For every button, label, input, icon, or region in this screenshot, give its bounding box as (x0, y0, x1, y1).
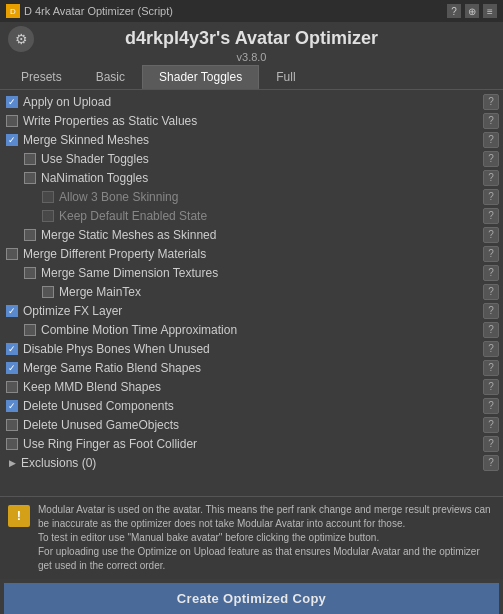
cb-merge-static-as-skinned[interactable] (24, 229, 36, 241)
pin-button[interactable]: ⊕ (465, 4, 479, 18)
title-bar-icon: D (6, 4, 20, 18)
row-disable-phys-bones: Disable Phys Bones When Unused ? (0, 339, 503, 358)
tab-basic[interactable]: Basic (79, 65, 142, 89)
label-allow-3-bone: Allow 3 Bone Skinning (59, 190, 178, 204)
info-text: Modular Avatar is used on the avatar. Th… (38, 503, 493, 573)
gear-icon[interactable]: ⚙ (8, 26, 34, 52)
label-disable-phys-bones: Disable Phys Bones When Unused (23, 342, 210, 356)
label-optimize-fx: Optimize FX Layer (23, 304, 122, 318)
cb-apply-on-upload[interactable] (6, 96, 18, 108)
cb-optimize-fx[interactable] (6, 305, 18, 317)
help-button[interactable]: ? (447, 4, 461, 18)
cb-merge-same-ratio[interactable] (6, 362, 18, 374)
label-merge-static-as-skinned: Merge Static Meshes as Skinned (41, 228, 216, 242)
help-apply-on-upload[interactable]: ? (483, 94, 499, 110)
help-keep-default-enabled[interactable]: ? (483, 208, 499, 224)
help-delete-unused-gameobjects[interactable]: ? (483, 417, 499, 433)
row-allow-3-bone: Allow 3 Bone Skinning ? (0, 187, 503, 206)
label-use-shader-toggles: Use Shader Toggles (41, 152, 149, 166)
row-nanimation-toggles: NaNimation Toggles ? (0, 168, 503, 187)
help-merge-diff-property[interactable]: ? (483, 246, 499, 262)
label-merge-main-tex: Merge MainTex (59, 285, 141, 299)
row-keep-mmd: Keep MMD Blend Shapes ? (0, 377, 503, 396)
label-write-properties: Write Properties as Static Values (23, 114, 197, 128)
row-delete-unused-gameobjects: Delete Unused GameObjects ? (0, 415, 503, 434)
cb-keep-default-enabled[interactable] (42, 210, 54, 222)
help-use-shader-toggles[interactable]: ? (483, 151, 499, 167)
help-delete-unused-components[interactable]: ? (483, 398, 499, 414)
label-keep-mmd: Keep MMD Blend Shapes (23, 380, 161, 394)
help-merge-same-dim[interactable]: ? (483, 265, 499, 281)
help-merge-skinned-meshes[interactable]: ? (483, 132, 499, 148)
help-merge-same-ratio[interactable]: ? (483, 360, 499, 376)
label-exclusions: Exclusions (0) (21, 456, 96, 470)
tab-presets[interactable]: Presets (4, 65, 79, 89)
cb-merge-skinned-meshes[interactable] (6, 134, 18, 146)
cb-keep-mmd[interactable] (6, 381, 18, 393)
help-allow-3-bone[interactable]: ? (483, 189, 499, 205)
row-optimize-fx: Optimize FX Layer ? (0, 301, 503, 320)
cb-merge-diff-property[interactable] (6, 248, 18, 260)
label-nanimation-toggles: NaNimation Toggles (41, 171, 148, 185)
help-combine-motion-time[interactable]: ? (483, 322, 499, 338)
tab-shader-toggles[interactable]: Shader Toggles (142, 65, 259, 89)
cb-nanimation-toggles[interactable] (24, 172, 36, 184)
warn-icon: ! (8, 505, 30, 527)
header-title: d4rkpl4y3r's Avatar Optimizer (4, 28, 499, 49)
help-keep-mmd[interactable]: ? (483, 379, 499, 395)
row-use-ring-finger: Use Ring Finger as Foot Collider ? (0, 434, 503, 453)
label-use-ring-finger: Use Ring Finger as Foot Collider (23, 437, 197, 451)
label-merge-same-ratio: Merge Same Ratio Blend Shapes (23, 361, 201, 375)
row-delete-unused-components: Delete Unused Components ? (0, 396, 503, 415)
cb-merge-same-dim[interactable] (24, 267, 36, 279)
label-keep-default-enabled: Keep Default Enabled State (59, 209, 207, 223)
info-box: ! Modular Avatar is used on the avatar. … (0, 496, 503, 579)
help-use-ring-finger[interactable]: ? (483, 436, 499, 452)
cb-use-ring-finger[interactable] (6, 438, 18, 450)
menu-button[interactable]: ≡ (483, 4, 497, 18)
cb-allow-3-bone[interactable] (42, 191, 54, 203)
label-delete-unused-gameobjects: Delete Unused GameObjects (23, 418, 179, 432)
label-apply-on-upload: Apply on Upload (23, 95, 111, 109)
label-combine-motion-time: Combine Motion Time Approximation (41, 323, 237, 337)
create-optimized-copy-button[interactable]: Create Optimized Copy (4, 583, 499, 614)
help-disable-phys-bones[interactable]: ? (483, 341, 499, 357)
title-bar-text: D 4rk Avatar Optimizer (Script) (24, 5, 173, 17)
row-apply-on-upload: Apply on Upload ? (0, 92, 503, 111)
cb-write-properties[interactable] (6, 115, 18, 127)
row-exclusions: ▶ Exclusions (0) ? (0, 453, 503, 472)
cb-use-shader-toggles[interactable] (24, 153, 36, 165)
row-use-shader-toggles: Use Shader Toggles ? (0, 149, 503, 168)
cb-delete-unused-gameobjects[interactable] (6, 419, 18, 431)
content-area: Apply on Upload ? Write Properties as St… (0, 90, 503, 496)
help-optimize-fx[interactable]: ? (483, 303, 499, 319)
title-bar-actions: ? ⊕ ≡ (447, 4, 497, 18)
title-bar-left: D D 4rk Avatar Optimizer (Script) (6, 4, 173, 18)
row-write-properties: Write Properties as Static Values ? (0, 111, 503, 130)
row-merge-same-dim: Merge Same Dimension Textures ? (0, 263, 503, 282)
row-merge-same-ratio: Merge Same Ratio Blend Shapes ? (0, 358, 503, 377)
tabs-bar: Presets Basic Shader Toggles Full (0, 65, 503, 90)
help-merge-static-as-skinned[interactable]: ? (483, 227, 499, 243)
cb-combine-motion-time[interactable] (24, 324, 36, 336)
help-merge-main-tex[interactable]: ? (483, 284, 499, 300)
header: ⚙ d4rkpl4y3r's Avatar Optimizer v3.8.0 (0, 22, 503, 65)
help-nanimation-toggles[interactable]: ? (483, 170, 499, 186)
header-version: v3.8.0 (4, 51, 499, 63)
title-bar: D D 4rk Avatar Optimizer (Script) ? ⊕ ≡ (0, 0, 503, 22)
label-merge-skinned-meshes: Merge Skinned Meshes (23, 133, 149, 147)
label-delete-unused-components: Delete Unused Components (23, 399, 174, 413)
row-merge-main-tex: Merge MainTex ? (0, 282, 503, 301)
row-merge-static-as-skinned: Merge Static Meshes as Skinned ? (0, 225, 503, 244)
help-exclusions[interactable]: ? (483, 455, 499, 471)
tab-full[interactable]: Full (259, 65, 312, 89)
help-write-properties[interactable]: ? (483, 113, 499, 129)
row-keep-default-enabled: Keep Default Enabled State ? (0, 206, 503, 225)
row-merge-skinned-meshes: Merge Skinned Meshes ? (0, 130, 503, 149)
exclusions-arrow[interactable]: ▶ (6, 457, 18, 469)
cb-delete-unused-components[interactable] (6, 400, 18, 412)
row-merge-diff-property: Merge Different Property Materials ? (0, 244, 503, 263)
label-merge-diff-property: Merge Different Property Materials (23, 247, 206, 261)
cb-disable-phys-bones[interactable] (6, 343, 18, 355)
cb-merge-main-tex[interactable] (42, 286, 54, 298)
